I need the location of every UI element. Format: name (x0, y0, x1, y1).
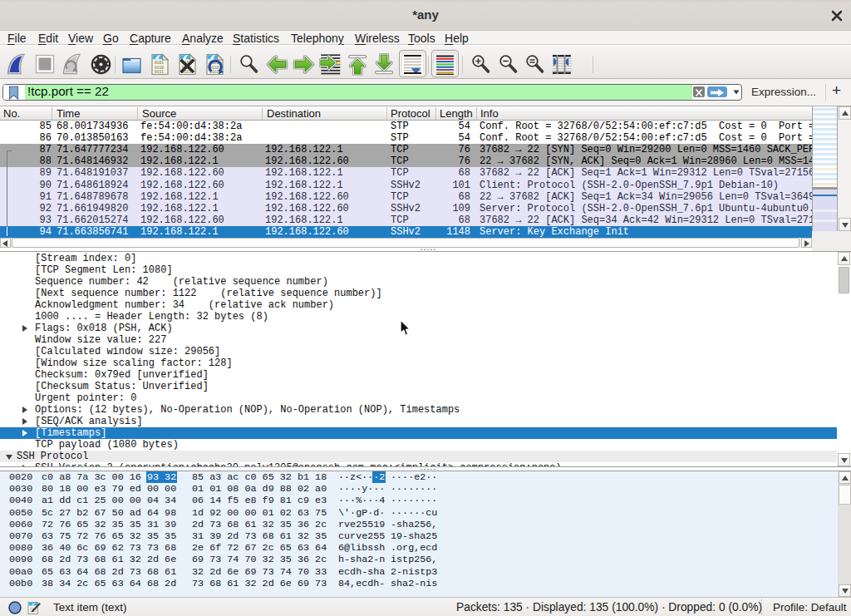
svg-text:0111: 0111 (155, 70, 164, 74)
svg-text:0101: 0101 (155, 61, 164, 65)
svg-text:0110: 0110 (155, 66, 164, 70)
